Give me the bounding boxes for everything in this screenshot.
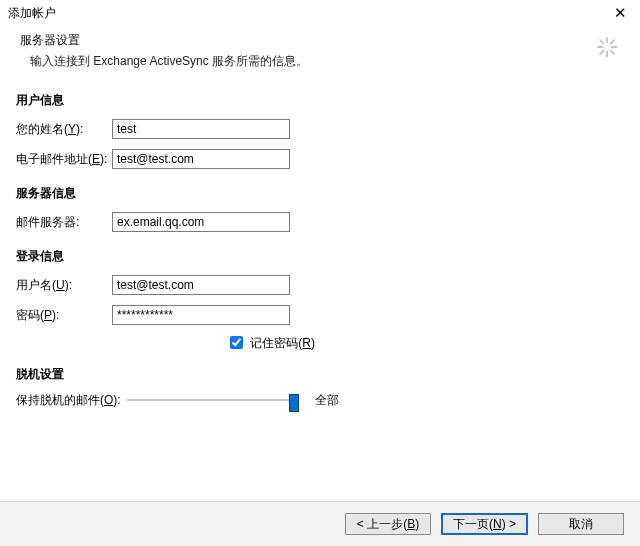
form-body: 用户信息 您的姓名(Y): 电子邮件地址(E): 服务器信息 邮件服务器: 登录… bbox=[0, 92, 640, 409]
password-input[interactable] bbox=[112, 305, 290, 325]
row-email: 电子邮件地址(E): bbox=[16, 147, 624, 171]
section-login-title: 登录信息 bbox=[16, 248, 624, 265]
svg-line-6 bbox=[611, 40, 614, 43]
row-username: 用户名(U): bbox=[16, 273, 624, 297]
back-button[interactable]: < 上一步(B) bbox=[345, 513, 431, 535]
username-input[interactable] bbox=[112, 275, 290, 295]
row-name: 您的姓名(Y): bbox=[16, 117, 624, 141]
row-mailserver: 邮件服务器: bbox=[16, 210, 624, 234]
offline-keep-slider[interactable] bbox=[127, 391, 297, 409]
next-button[interactable]: 下一页(N) > bbox=[441, 513, 528, 535]
loading-icon bbox=[596, 36, 618, 58]
offline-keep-label: 保持脱机的邮件(O): bbox=[16, 392, 127, 409]
cancel-button[interactable]: 取消 bbox=[538, 513, 624, 535]
svg-line-7 bbox=[600, 51, 603, 54]
section-serverinfo: 服务器信息 邮件服务器: bbox=[16, 185, 624, 234]
row-remember: 记住密码(R) bbox=[112, 333, 624, 352]
row-offline-keep: 保持脱机的邮件(O): 全部 bbox=[16, 391, 624, 409]
email-input[interactable] bbox=[112, 149, 290, 169]
close-button[interactable]: ✕ bbox=[606, 2, 634, 24]
remember-label[interactable]: 记住密码(R) bbox=[226, 336, 315, 350]
remember-checkbox[interactable] bbox=[230, 336, 243, 349]
button-bar: < 上一步(B) 下一页(N) > 取消 bbox=[0, 501, 640, 546]
name-label: 您的姓名(Y): bbox=[16, 121, 112, 138]
section-userinfo-title: 用户信息 bbox=[16, 92, 624, 109]
svg-line-5 bbox=[611, 51, 614, 54]
svg-line-4 bbox=[600, 40, 603, 43]
section-offline-title: 脱机设置 bbox=[16, 366, 624, 383]
dialog-add-account: 添加帐户 ✕ 服务器设置 输入连接到 Exchange ActiveSync 服… bbox=[0, 0, 640, 546]
section-userinfo: 用户信息 您的姓名(Y): 电子邮件地址(E): bbox=[16, 92, 624, 171]
titlebar: 添加帐户 ✕ bbox=[0, 0, 640, 26]
window-title: 添加帐户 bbox=[8, 6, 56, 20]
header-subtitle: 输入连接到 Exchange ActiveSync 服务所需的信息。 bbox=[30, 53, 620, 70]
offline-keep-value: 全部 bbox=[315, 392, 339, 409]
email-label: 电子邮件地址(E): bbox=[16, 151, 112, 168]
header: 服务器设置 输入连接到 Exchange ActiveSync 服务所需的信息。 bbox=[0, 26, 640, 82]
name-input[interactable] bbox=[112, 119, 290, 139]
slider-track-line bbox=[127, 399, 297, 401]
section-serverinfo-title: 服务器信息 bbox=[16, 185, 624, 202]
password-label: 密码(P): bbox=[16, 307, 112, 324]
username-label: 用户名(U): bbox=[16, 277, 112, 294]
section-offline: 脱机设置 保持脱机的邮件(O): 全部 bbox=[16, 366, 624, 409]
header-title: 服务器设置 bbox=[20, 32, 620, 49]
mailserver-label: 邮件服务器: bbox=[16, 214, 112, 231]
mailserver-input[interactable] bbox=[112, 212, 290, 232]
slider-thumb[interactable] bbox=[289, 394, 299, 412]
section-login: 登录信息 用户名(U): 密码(P): 记住密码(R) bbox=[16, 248, 624, 352]
row-password: 密码(P): bbox=[16, 303, 624, 327]
